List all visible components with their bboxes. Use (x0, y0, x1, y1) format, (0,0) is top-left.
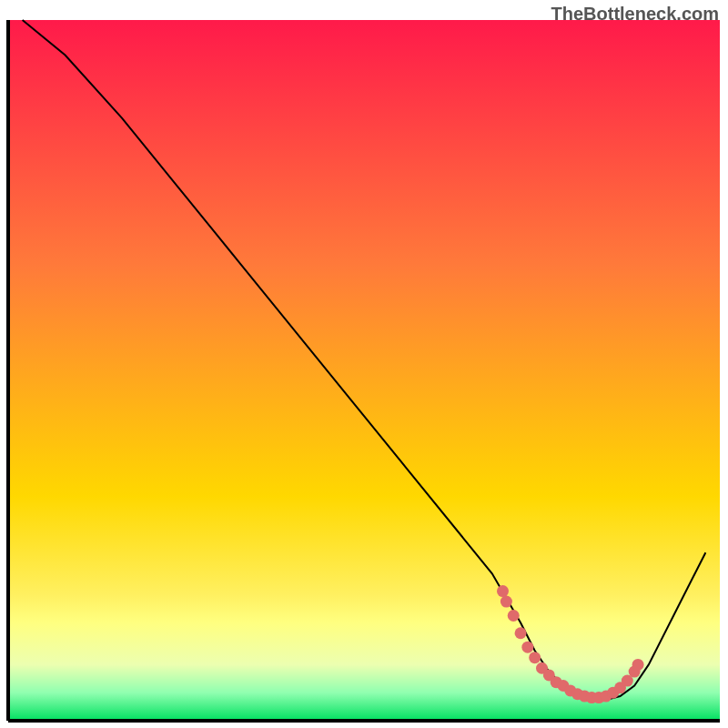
optimal-range-dot (497, 585, 509, 597)
chart-container: { "watermark": "TheBottleneck.com", "cha… (0, 0, 728, 728)
chart-gradient-bg (8, 20, 720, 721)
optimal-range-dot (508, 610, 520, 622)
optimal-range-dot (632, 659, 644, 671)
optimal-range-dot (529, 652, 541, 663)
optimal-range-dot (500, 596, 512, 608)
watermark-label: TheBottleneck.com (551, 4, 719, 25)
chart-svg (0, 0, 728, 728)
optimal-range-dot (515, 627, 527, 639)
optimal-range-dot (521, 642, 533, 653)
